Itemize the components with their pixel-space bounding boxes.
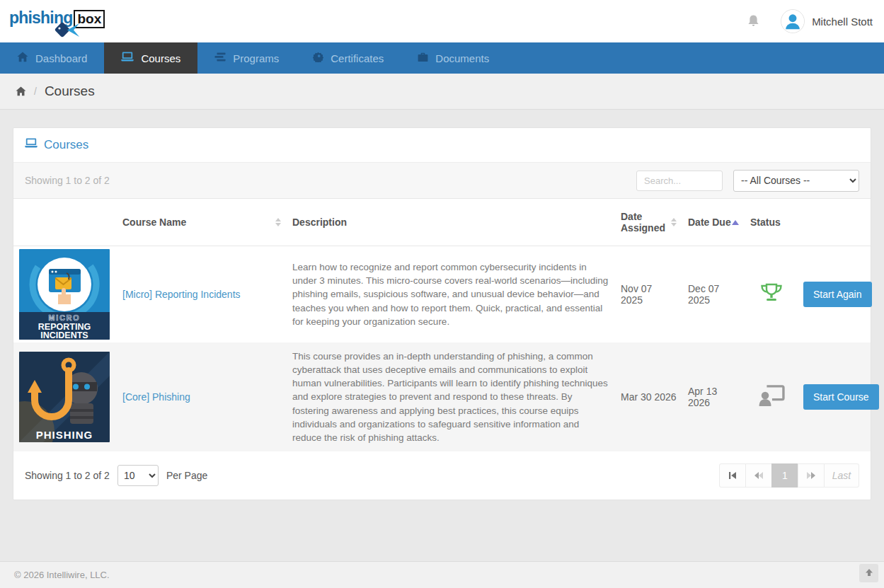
svg-text:INCIDENTS: INCIDENTS [40,330,88,340]
courses-card: Courses Showing 1 to 2 of 2 -- All Cours… [13,127,871,500]
svg-text:MICRO: MICRO [49,313,81,322]
date-due: Apr 13 2026 [682,342,745,451]
showing-count: Showing 1 to 2 of 2 [25,175,110,186]
header-right: Mitchell Stott [747,9,873,33]
header-course-name[interactable]: Course Name [117,199,287,246]
date-due: Dec 07 2025 [682,246,745,343]
sort-icon[interactable] [671,218,677,226]
course-description: This course provides an in-depth underst… [292,350,609,444]
nav-item-courses[interactable]: Courses [104,42,197,74]
course-thumbnail-reporting-incidents[interactable]: MICRO REPORTING INCIDENTS [19,249,110,340]
bell-icon[interactable] [747,14,759,28]
status-cell [745,246,798,343]
search-input[interactable] [636,171,723,191]
breadcrumb-separator: / [34,86,37,97]
status-cell [745,342,798,451]
page-1-button[interactable]: 1 [771,463,798,488]
page-content: Courses Showing 1 to 2 of 2 -- All Cours… [0,110,884,500]
nav-label: Courses [141,52,180,64]
phishingbox-logo[interactable]: phishingbox [9,4,94,39]
first-page-icon [728,471,737,480]
laptop-icon [25,138,38,152]
panel-header: Courses [13,128,871,162]
previous-page-icon [754,471,764,480]
last-page-button[interactable]: Last [824,463,859,488]
courses-table: Course Name Description Date Assigned [13,199,871,451]
header-date-due[interactable]: Date Due [682,199,745,246]
date-assigned: Nov 07 2025 [615,246,682,343]
presentation-icon [758,397,785,409]
scroll-to-top-button[interactable] [859,564,878,582]
nav-label: Programs [233,52,279,64]
pagination: 1 Last [719,463,859,488]
nav-item-dashboard[interactable]: Dashboard [0,42,104,74]
sort-ascending-icon[interactable] [732,220,739,225]
fish-icon [53,22,80,41]
list-icon [214,52,226,64]
per-page-select[interactable]: 10 [117,465,159,486]
briefcase-icon [418,52,428,64]
course-link[interactable]: [Micro] Reporting Incidents [122,289,241,300]
per-page-controls: Showing 1 to 2 of 2 10 Per Page [25,465,207,486]
filter-controls: -- All Courses -- [636,170,859,192]
date-assigned: Mar 30 2026 [615,342,682,451]
breadcrumb-current: Courses [45,83,95,99]
showing-count: Showing 1 to 2 of 2 [25,470,110,481]
nav-label: Dashboard [35,52,87,64]
panel-title: Courses [44,138,88,152]
nav-label: Certificates [331,52,384,64]
course-link[interactable]: [Core] Phishing [122,391,190,403]
course-filter-select[interactable]: -- All Courses -- [733,170,859,192]
card-footer: Showing 1 to 2 of 2 10 Per Page [13,451,871,500]
laptop-icon [121,52,134,64]
copyright-text: © 2026 Intelliwire, LLC. [14,570,110,580]
home-icon[interactable] [16,86,26,96]
top-header: phishingbox Mitchell Stott [0,0,884,42]
home-icon [17,52,28,64]
course-thumbnail-phishing[interactable]: PHISHING [19,352,110,442]
user-name[interactable]: Mitchell Stott [812,16,873,28]
page-footer: © 2026 Intelliwire, LLC. [0,561,884,588]
nav-item-documents[interactable]: Documents [401,42,506,74]
start-course-button[interactable]: Start Course [803,384,879,410]
course-description: Learn how to recognize and report common… [292,260,609,328]
course-row-reporting-incidents: MICRO REPORTING INCIDENTS [Micro] Report… [13,246,871,343]
header-action [798,199,871,246]
main-navbar: Dashboard Courses Programs Certific [0,42,884,74]
svg-text:PHISHING: PHISHING [36,429,93,441]
arrow-up-icon [865,567,873,579]
per-page-label: Per Page [166,470,207,481]
table-header-row: Course Name Description Date Assigned [13,199,871,246]
nav-label: Documents [435,52,489,64]
start-again-button[interactable]: Start Again [803,282,872,307]
trophy-icon [759,294,783,306]
first-page-button[interactable] [719,463,746,488]
next-page-button[interactable] [798,463,825,488]
breadcrumb: / Courses [0,74,884,110]
previous-page-button[interactable] [745,463,772,488]
header-description: Description [287,199,615,246]
nav-item-programs[interactable]: Programs [197,42,296,74]
user-avatar[interactable] [781,9,805,33]
header-thumbnail [13,199,117,246]
nav-item-certificates[interactable]: Certificates [296,42,401,74]
course-row-phishing: PHISHING [Core] Phishing This course pro… [13,342,871,451]
header-status: Status [745,199,798,246]
certificate-icon [313,52,323,64]
filter-bar: Showing 1 to 2 of 2 -- All Courses -- [13,162,871,199]
header-date-assigned[interactable]: Date Assigned [615,199,682,246]
next-page-icon [806,471,816,480]
person-silhouette-icon [781,10,804,33]
sort-icon[interactable] [275,218,281,226]
